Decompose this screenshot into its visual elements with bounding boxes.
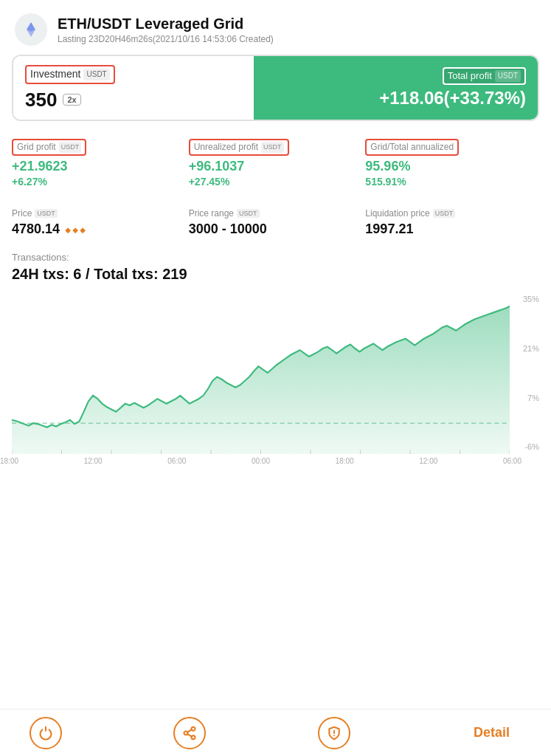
x-label-6: 06:00 — [503, 457, 521, 465]
price-amount: 4780.14 — [12, 221, 60, 237]
liquidation-cell: Liquidation price USDT 1997.21 — [362, 205, 539, 240]
grid-profit-pct: +6.27% — [12, 176, 183, 188]
liquidation-value: 1997.21 — [365, 221, 536, 237]
page-subtitle: Lasting 23D20H46m26s(2021/10/16 14:53:06… — [58, 34, 274, 44]
total-profit-value: +118.06(+33.73%) — [379, 88, 526, 109]
candle-icon: ⬥⬥⬥ — [64, 223, 86, 236]
detail-button[interactable]: Detail — [462, 719, 521, 746]
price-label: Price — [12, 208, 32, 219]
grid-profit-label-box: Grid profit USDT — [12, 139, 86, 156]
liquidation-currency: USDT — [433, 209, 456, 218]
investment-section: Investment USDT 350 2x — [13, 56, 254, 120]
unrealized-profit-value: +96.1037 — [189, 159, 360, 175]
eth-icon — [15, 13, 47, 46]
y-label-neg6: -6% — [513, 442, 539, 451]
annualized-label: Grid/Total annualized — [370, 141, 454, 154]
total-profit-label: Total profit — [448, 69, 492, 83]
liquidation-label: Liquidation price — [365, 208, 429, 219]
investment-label: Investment — [30, 67, 80, 82]
chart-x-labels: 18:00 12:00 06:00 00:00 18:00 12:00 06:0… — [0, 454, 551, 465]
range-value: 3000 - 10000 — [189, 221, 360, 237]
x-label-5: 12:00 — [419, 457, 437, 465]
chart-svg — [12, 292, 510, 454]
power-button[interactable] — [30, 717, 62, 749]
share-button[interactable] — [173, 717, 206, 749]
price-currency: USDT — [35, 209, 58, 218]
x-label-1: 12:00 — [84, 457, 103, 465]
chart-y-labels: 35% 21% 7% -6% — [513, 292, 539, 454]
leverage-badge: 2x — [63, 94, 80, 106]
total-profit-section: Total profit USDT +118.06(+33.73%) — [254, 56, 538, 120]
range-label: Price range — [189, 208, 234, 219]
transactions-value: 24H txs: 6 / Total txs: 219 — [12, 266, 539, 283]
grid-profit-value: +21.9623 — [12, 159, 183, 175]
summary-card: Investment USDT 350 2x Total profit USDT… — [12, 55, 539, 121]
x-label-3: 00:00 — [252, 457, 270, 465]
x-label-0: 18:00 — [0, 457, 18, 465]
range-cell: Price range USDT 3000 - 10000 — [186, 205, 363, 240]
annualized-cell: Grid/Total annualized 95.96% 515.91% — [362, 133, 539, 193]
chart-svg-wrapper — [12, 292, 510, 454]
y-label-35: 35% — [513, 295, 539, 303]
annualized-value2: 515.91% — [365, 176, 536, 188]
range-currency: USDT — [237, 209, 260, 218]
total-profit-label-box: Total profit USDT — [443, 67, 526, 85]
unrealized-profit-cell: Unrealized profit USDT +96.1037 +27.45% — [186, 133, 363, 193]
y-label-7: 7% — [513, 394, 539, 402]
header: ETH/USDT Leveraged Grid Lasting 23D20H46… — [0, 0, 551, 55]
investment-amount: 350 — [25, 89, 57, 111]
page-title: ETH/USDT Leveraged Grid — [58, 16, 274, 32]
investment-label-box: Investment USDT — [25, 65, 115, 84]
grid-profit-currency: USDT — [59, 142, 82, 153]
investment-value-row: 350 2x — [25, 89, 242, 111]
svg-line-16 — [187, 729, 192, 732]
transactions-label: Transactions: — [12, 252, 539, 263]
unrealized-profit-pct: +27.45% — [189, 176, 360, 188]
annualized-label-box: Grid/Total annualized — [365, 139, 459, 156]
header-text: ETH/USDT Leveraged Grid Lasting 23D20H46… — [58, 16, 274, 44]
annualized-value1: 95.96% — [365, 159, 536, 175]
unrealized-profit-label-box: Unrealized profit USDT — [189, 139, 289, 156]
x-label-4: 18:00 — [336, 457, 354, 465]
stats-row: Grid profit USDT +21.9623 +6.27% Unreali… — [0, 133, 551, 193]
investment-currency: USDT — [83, 69, 109, 80]
unrealized-profit-currency: USDT — [261, 142, 284, 153]
grid-profit-label: Grid profit — [17, 141, 56, 154]
unrealized-profit-label: Unrealized profit — [194, 141, 258, 154]
x-label-2: 06:00 — [167, 457, 186, 465]
price-value-row: 4780.14 ⬥⬥⬥ — [12, 221, 183, 237]
y-label-21: 21% — [513, 344, 539, 353]
transactions-section: Transactions: 24H txs: 6 / Total txs: 21… — [0, 252, 551, 283]
price-cell: Price USDT 4780.14 ⬥⬥⬥ — [12, 205, 186, 240]
shield-button[interactable] — [318, 717, 350, 749]
grid-profit-cell: Grid profit USDT +21.9623 +6.27% — [12, 133, 186, 193]
price-row: Price USDT 4780.14 ⬥⬥⬥ Price range USDT … — [0, 205, 551, 240]
bottom-nav: Detail — [0, 709, 551, 756]
total-profit-currency: USDT — [495, 70, 521, 82]
chart-container: 35% 21% 7% -6% — [12, 292, 539, 454]
svg-line-15 — [187, 734, 192, 736]
